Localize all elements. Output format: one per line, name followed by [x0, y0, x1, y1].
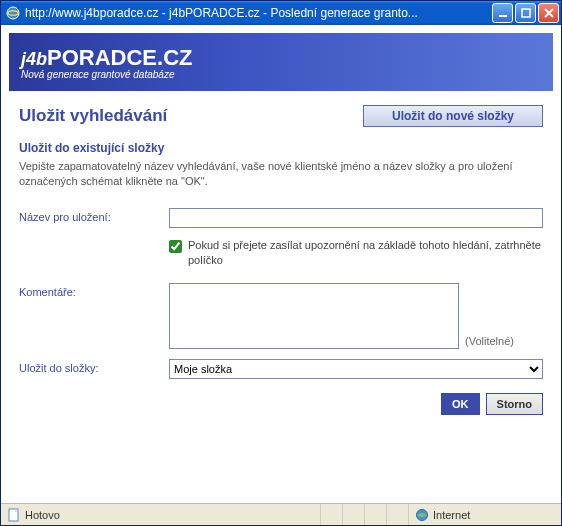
button-row: OK Storno [19, 393, 543, 415]
comments-textarea[interactable] [169, 283, 459, 349]
notify-label: Pokud si přejete zasílat upozornění na z… [188, 238, 543, 269]
ie-icon [5, 5, 21, 21]
window-title: http://www.j4bporadce.cz - j4bPORADCE.cz… [25, 6, 492, 20]
logo: j4bPORADCE.CZ [21, 45, 541, 71]
status-middle: Internet [321, 504, 561, 525]
status-slot-4 [387, 504, 409, 525]
zone-text: Internet [433, 509, 470, 521]
site-banner: j4bPORADCE.CZ Nová generace grantové dat… [9, 33, 553, 91]
notify-row: Pokud si přejete zasílat upozornění na z… [169, 238, 543, 269]
name-label: Název pro uložení: [19, 208, 169, 223]
page-icon [7, 508, 21, 522]
minimize-button[interactable] [492, 3, 513, 23]
instructions: Vepište zapamatovatelný název vyhledáván… [19, 159, 543, 190]
logo-subtitle: Nová generace grantové databáze [21, 69, 541, 80]
maximize-button[interactable] [515, 3, 536, 23]
cancel-button[interactable]: Storno [486, 393, 543, 415]
comments-row: Komentáře: (Volitelné) [19, 283, 543, 349]
status-slot-3 [365, 504, 387, 525]
status-left: Hotovo [1, 504, 321, 525]
section-heading: Uložit do existující složky [19, 141, 543, 155]
status-slot-2 [343, 504, 365, 525]
name-input[interactable] [169, 208, 543, 228]
svg-rect-2 [522, 9, 530, 17]
folder-select[interactable]: Moje složka [169, 359, 543, 379]
page-body: Uložit vyhledávání Uložit do nové složky… [1, 91, 561, 423]
content-area: j4bPORADCE.CZ Nová generace grantové dat… [1, 25, 561, 503]
status-slot-1 [321, 504, 343, 525]
ok-button[interactable]: OK [441, 393, 480, 415]
logo-prefix: j4b [21, 49, 47, 69]
browser-window: http://www.j4bporadce.cz - j4bPORADCE.cz… [0, 0, 562, 526]
close-button[interactable] [538, 3, 559, 23]
optional-label: (Volitelné) [465, 335, 514, 349]
comments-label: Komentáře: [19, 283, 169, 298]
svg-point-0 [7, 7, 19, 19]
statusbar: Hotovo Internet [1, 503, 561, 525]
svg-rect-1 [499, 15, 507, 17]
status-zone: Internet [409, 504, 561, 525]
save-new-folder-button[interactable]: Uložit do nové složky [363, 105, 543, 127]
internet-zone-icon [415, 508, 429, 522]
header-row: Uložit vyhledávání Uložit do nové složky [19, 105, 543, 127]
name-row: Název pro uložení: [19, 208, 543, 228]
titlebar: http://www.j4bporadce.cz - j4bPORADCE.cz… [1, 1, 561, 25]
folder-label: Uložit do složky: [19, 359, 169, 374]
window-controls [492, 3, 559, 23]
notify-checkbox[interactable] [169, 240, 182, 253]
page-title: Uložit vyhledávání [19, 106, 167, 126]
logo-main-text: PORADCE.CZ [47, 45, 192, 70]
folder-row: Uložit do složky: Moje složka [19, 359, 543, 379]
status-text: Hotovo [25, 509, 60, 521]
